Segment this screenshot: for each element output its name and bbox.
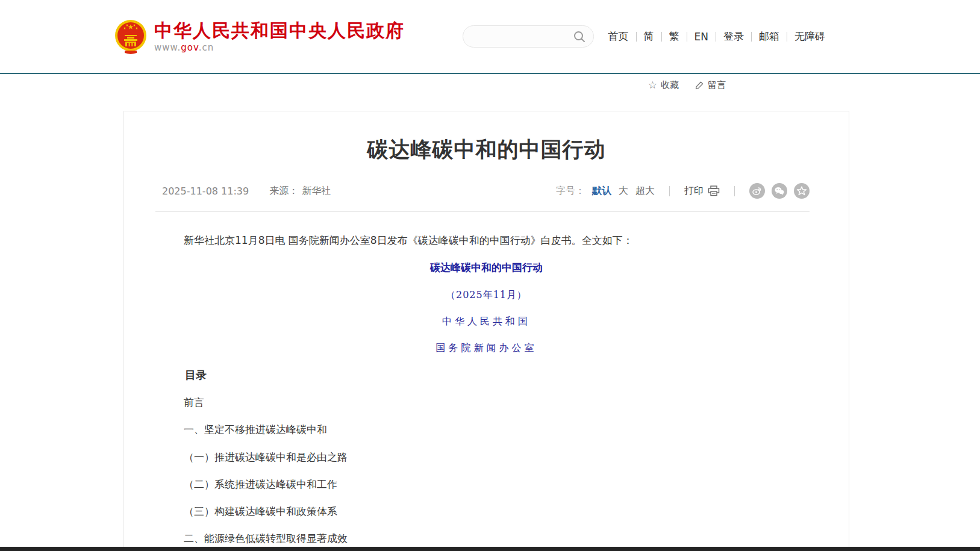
fontsize-large-button[interactable]: 大 <box>619 185 628 198</box>
nav-english[interactable]: EN <box>694 31 708 43</box>
site-header: 中华人民共和国中央人民政府 www.gov.cn 首页 简 繁 EN 登录 邮箱… <box>0 0 980 74</box>
toc-heading: 目录 <box>163 369 810 382</box>
document-title: 碳达峰碳中和的中国行动 <box>163 261 810 274</box>
nav-separator <box>687 32 687 42</box>
site-title: 中华人民共和国中央人民政府 <box>154 20 405 40</box>
article-title: 碳达峰碳中和的中国行动 <box>124 135 849 164</box>
site-url: www.gov.cn <box>154 42 405 53</box>
site-url-prefix: www. <box>154 42 181 53</box>
article-card: 碳达峰碳中和的中国行动 2025-11-08 11:39 来源： 新华社 字号：… <box>123 111 849 551</box>
page-toolbar: ☆ 收藏 留言 <box>0 74 980 98</box>
document-org-line1: 中华人民共和国 <box>163 316 810 328</box>
meta-separator <box>734 186 735 196</box>
fontsize-default-button[interactable]: 默认 <box>592 185 611 198</box>
site-url-gov: gov <box>181 42 198 53</box>
nav-separator <box>787 32 787 42</box>
article-date: 2025-11-08 11:39 <box>162 185 249 197</box>
toc-item-1-3: （三）构建碳达峰碳中和政策体系 <box>163 505 810 518</box>
nav-separator <box>716 32 716 42</box>
nav-separator <box>751 32 752 42</box>
pencil-icon <box>694 81 704 90</box>
document-date: （2025年11月） <box>163 289 810 301</box>
article-source[interactable]: 新华社 <box>302 185 331 198</box>
search-box[interactable] <box>463 25 594 48</box>
nav-mail[interactable]: 邮箱 <box>759 30 779 43</box>
print-button[interactable]: 打印 <box>684 185 720 198</box>
fontsize-xlarge-button[interactable]: 超大 <box>635 185 655 198</box>
wechat-share-icon[interactable] <box>772 183 787 199</box>
nav-login[interactable]: 登录 <box>723 30 744 43</box>
toc-item-1: 一、坚定不移推进碳达峰碳中和 <box>163 423 810 436</box>
nav-simplified[interactable]: 简 <box>644 30 654 43</box>
nav-accessibility[interactable]: 无障碍 <box>794 30 825 43</box>
qzone-share-icon[interactable] <box>794 183 810 199</box>
site-url-suffix: .cn <box>199 42 214 53</box>
print-label: 打印 <box>684 185 704 198</box>
article-body: 新华社北京11月8日电 国务院新闻办公室8日发布《碳达峰碳中和的中国行动》白皮书… <box>124 212 849 551</box>
fontsize-label: 字号： <box>556 185 585 198</box>
favorite-label: 收藏 <box>661 79 679 91</box>
nav-separator <box>636 32 637 42</box>
comment-label: 留言 <box>708 79 726 91</box>
toc-item-1-1: （一）推进碳达峰碳中和是必由之路 <box>163 451 810 464</box>
nav-traditional[interactable]: 繁 <box>669 30 679 43</box>
share-group <box>749 183 810 199</box>
document-org-line2: 国务院新闻办公室 <box>163 342 810 354</box>
national-emblem-icon <box>114 19 147 54</box>
nav-home[interactable]: 首页 <box>608 30 629 43</box>
nav-separator <box>661 32 662 42</box>
meta-separator <box>669 186 670 196</box>
source-label: 来源： <box>269 185 298 198</box>
comment-button[interactable]: 留言 <box>694 79 726 91</box>
article-meta-row: 2025-11-08 11:39 来源： 新华社 字号： 默认 大 超大 打印 <box>124 182 849 200</box>
search-input[interactable] <box>473 31 573 42</box>
printer-icon <box>708 185 720 196</box>
bottom-edge-bar <box>0 547 980 551</box>
search-icon[interactable] <box>573 30 586 43</box>
site-logo[interactable]: 中华人民共和国中央人民政府 www.gov.cn <box>114 19 405 54</box>
toc-item-2: 二、能源绿色低碳转型取得显著成效 <box>163 532 810 545</box>
star-icon: ☆ <box>648 80 657 90</box>
toc-item-1-2: （二）系统推进碳达峰碳中和工作 <box>163 478 810 491</box>
toc-item-preface: 前言 <box>163 396 810 409</box>
weibo-share-icon[interactable] <box>749 183 765 199</box>
lead-paragraph: 新华社北京11月8日电 国务院新闻办公室8日发布《碳达峰碳中和的中国行动》白皮书… <box>163 234 810 247</box>
top-nav: 首页 简 繁 EN 登录 邮箱 无障碍 <box>608 30 825 43</box>
favorite-button[interactable]: ☆ 收藏 <box>648 79 679 91</box>
